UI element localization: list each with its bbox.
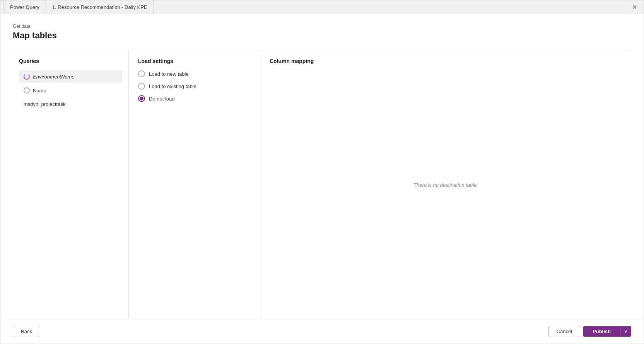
- panels: Queries EnvironmentName Name msdyn_proje…: [13, 50, 631, 319]
- publish-button[interactable]: Publish: [583, 326, 620, 337]
- radio-circle-not-load: [138, 95, 145, 102]
- spinner-icon: [24, 73, 30, 80]
- page-title: Map tables: [13, 31, 631, 41]
- radio-load-new-table[interactable]: Load to new table: [138, 70, 251, 77]
- tab-resource-recommendation[interactable]: 1. Resource Recommendation - Daily KPE: [46, 0, 154, 14]
- footer-right: Cancel Publish ∨: [548, 326, 631, 337]
- query-item-label: Name: [33, 88, 46, 94]
- radio-label-not-load: Do not load: [149, 96, 175, 102]
- load-settings-panel: Load settings Load to new table Load to …: [129, 50, 260, 319]
- radio-label-new: Load to new table: [149, 71, 189, 77]
- main-window: Power Query 1. Resource Recommendation -…: [0, 0, 644, 344]
- column-mapping-heading: Column mapping: [270, 58, 622, 64]
- footer: Back Cancel Publish ∨: [0, 319, 644, 344]
- page-subtitle: Get data: [13, 24, 631, 29]
- publish-dropdown-button[interactable]: ∨: [620, 326, 631, 337]
- list-item[interactable]: Name: [19, 84, 122, 97]
- title-bar: Power Query 1. Resource Recommendation -…: [0, 0, 644, 14]
- tab-power-query[interactable]: Power Query: [3, 0, 46, 14]
- queries-heading: Queries: [19, 58, 122, 64]
- radio-load-existing-table[interactable]: Load to existing table: [138, 83, 251, 90]
- list-item[interactable]: msdyn_projecttask: [19, 98, 122, 110]
- load-settings-heading: Load settings: [138, 58, 251, 64]
- radio-do-not-load[interactable]: Do not load: [138, 95, 251, 102]
- list-item[interactable]: EnvironmentName: [19, 70, 122, 83]
- title-bar-tabs: Power Query 1. Resource Recommendation -…: [3, 0, 628, 14]
- close-button[interactable]: ✕: [628, 1, 641, 14]
- main-content: Get data Map tables Queries EnvironmentN…: [0, 14, 644, 319]
- back-button[interactable]: Back: [13, 326, 40, 337]
- no-destination-message: There is no destination table.: [413, 182, 478, 187]
- publish-button-group: Publish ∨: [583, 326, 631, 337]
- radio-circle-existing: [138, 83, 145, 90]
- cancel-button[interactable]: Cancel: [548, 326, 580, 337]
- query-item-label: EnvironmentName: [33, 74, 75, 80]
- chevron-down-icon: ∨: [624, 329, 627, 334]
- radio-label-existing: Load to existing table: [149, 83, 196, 89]
- query-item-label: msdyn_projecttask: [24, 101, 65, 107]
- column-mapping-panel: Column mapping There is no destination t…: [260, 50, 631, 319]
- radio-circle-new: [138, 70, 145, 77]
- queries-panel: Queries EnvironmentName Name msdyn_proje…: [13, 50, 129, 319]
- footer-left: Back: [13, 326, 40, 337]
- radio-placeholder-icon: [24, 87, 30, 94]
